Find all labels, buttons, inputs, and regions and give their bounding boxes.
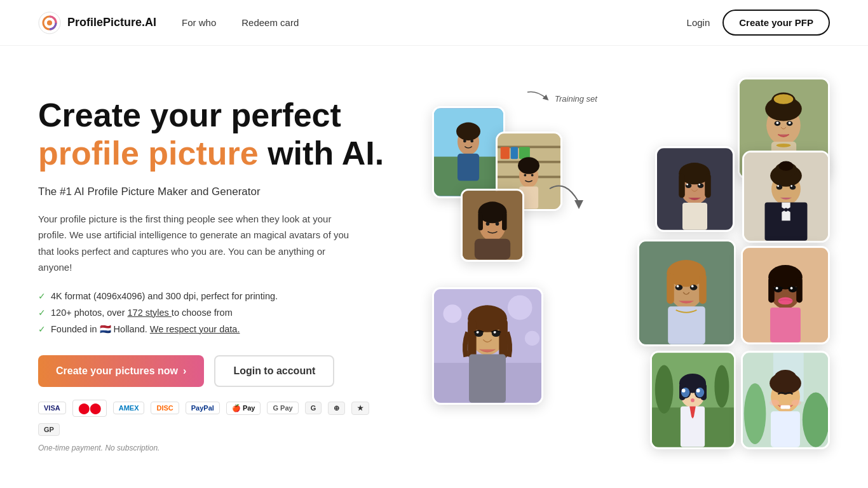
svg-rect-16: [501, 147, 510, 159]
hero-title-rest: with AI.: [259, 135, 384, 172]
payment-extra1: ⊕: [328, 402, 345, 415]
create-pfp-button[interactable]: Create your PFP: [722, 10, 830, 36]
svg-point-90: [776, 287, 778, 290]
svg-point-80: [691, 285, 694, 288]
generated-photo-5: [741, 246, 830, 344]
generated-photo-7: [741, 351, 830, 449]
svg-point-21: [518, 157, 539, 173]
svg-point-121: [770, 400, 779, 406]
svg-rect-120: [780, 405, 790, 409]
svg-rect-17: [511, 147, 518, 159]
svg-rect-87: [796, 277, 803, 302]
hero-subtitle: The #1 AI Profile Picture Maker and Gene…: [38, 186, 394, 198]
hero-left: Create your perfect profile picture with…: [38, 84, 394, 452]
one-time-note: One-time payment. No subscription.: [38, 444, 394, 452]
payment-mastercard: ⬤⬤: [72, 400, 107, 417]
feature-item-2: ✓ 120+ photos, over 172 styles to choose…: [38, 308, 394, 318]
svg-point-77: [675, 285, 683, 290]
feature-item-3: ✓ Founded in 🇳🇱 Holland. We respect your…: [38, 324, 394, 335]
svg-rect-28: [478, 212, 483, 230]
gen-photo-4-img: [639, 241, 734, 344]
svg-point-114: [744, 383, 766, 444]
svg-point-43: [789, 121, 791, 124]
generated-photo-6: [650, 351, 736, 449]
create-pictures-button[interactable]: Create your pictures now ›: [38, 355, 204, 387]
svg-point-91: [790, 287, 793, 290]
source-photo-1-img: [434, 108, 503, 196]
svg-rect-29: [502, 212, 507, 230]
svg-point-62: [776, 185, 783, 190]
svg-point-92: [778, 297, 793, 304]
hero-title: Create your perfect profile picture with…: [38, 97, 394, 173]
svg-point-65: [790, 185, 792, 187]
svg-rect-50: [705, 173, 711, 198]
payment-amex: AMEX: [113, 402, 145, 414]
svg-rect-7: [458, 154, 479, 181]
privacy-link[interactable]: We respect your data.: [150, 324, 240, 334]
svg-point-119: [775, 370, 796, 384]
navbar-right: Login Create your PFP: [687, 10, 830, 36]
svg-point-9: [463, 140, 466, 143]
hero-title-line1: Create your perfect: [38, 97, 394, 135]
svg-rect-49: [679, 173, 685, 198]
svg-marker-33: [574, 200, 583, 209]
svg-point-128: [508, 295, 532, 320]
svg-point-8: [456, 123, 480, 140]
svg-point-64: [777, 185, 779, 187]
svg-rect-123: [771, 411, 800, 447]
svg-point-127: [443, 304, 461, 323]
features-list: ✓ 4K format (4096x4096) and 300 dpi, per…: [38, 291, 394, 335]
feature-text-1: 4K format (4096x4096) and 300 dpi, perfe…: [51, 291, 278, 301]
nav-login[interactable]: Login: [687, 17, 710, 28]
svg-rect-138: [469, 355, 506, 403]
hero-title-colored: profile picture: [38, 135, 259, 172]
svg-point-31: [496, 222, 499, 226]
svg-point-53: [686, 184, 688, 186]
svg-rect-55: [682, 203, 707, 230]
source-photo-1: [432, 106, 505, 198]
svg-point-2: [47, 20, 52, 25]
logo-icon: [38, 11, 61, 34]
svg-rect-76: [699, 273, 707, 304]
gen-photo-3-img: [744, 152, 828, 241]
svg-point-30: [486, 222, 490, 226]
svg-point-61: [779, 161, 794, 171]
svg-point-63: [790, 185, 796, 190]
payment-methods-row: VISA ⬤⬤ AMEX DISC PayPal 🍎 Pay G Pay G ⊕…: [38, 400, 394, 436]
svg-rect-93: [770, 308, 801, 342]
training-arrow-svg: [524, 89, 550, 108]
nav-redeem-card[interactable]: Redeem card: [241, 17, 299, 28]
styles-link[interactable]: 172 styles: [128, 308, 172, 318]
svg-point-115: [803, 393, 828, 447]
svg-point-54: [698, 184, 700, 186]
logo[interactable]: ProfilePicture.AI: [38, 11, 156, 34]
svg-point-70: [784, 208, 788, 212]
login-account-button[interactable]: Login to account: [214, 355, 334, 387]
svg-point-129: [525, 331, 539, 346]
feature-text-2: 120+ photos, over 172 styles to choose f…: [51, 308, 233, 318]
svg-rect-32: [475, 239, 510, 260]
payment-gp: GP: [38, 423, 60, 436]
svg-rect-86: [768, 277, 775, 302]
svg-point-23: [531, 174, 534, 177]
nav-for-who[interactable]: For who: [182, 17, 216, 28]
transform-arrow-svg: [546, 176, 585, 214]
svg-point-22: [524, 174, 526, 177]
svg-point-105: [681, 388, 689, 397]
transform-arrow: [546, 176, 585, 217]
svg-rect-75: [667, 273, 674, 304]
gen-photo-2-img: [657, 148, 733, 230]
navbar: ProfilePicture.AI For who Redeem card Lo…: [0, 0, 868, 46]
check-icon-2: ✓: [38, 308, 46, 318]
svg-point-45: [776, 144, 791, 147]
payment-google-icon: G: [305, 402, 322, 414]
check-icon-3: ✓: [38, 324, 46, 334]
payment-visa: VISA: [38, 402, 66, 414]
main-content: Create your perfect profile picture with…: [0, 46, 868, 488]
payment-discover: DISC: [151, 402, 179, 414]
hero-right: Training set: [432, 78, 830, 459]
gen-photo-8-img: [434, 289, 541, 403]
svg-rect-132: [468, 319, 477, 359]
generated-photo-2: [655, 146, 735, 232]
svg-point-52: [698, 183, 704, 188]
